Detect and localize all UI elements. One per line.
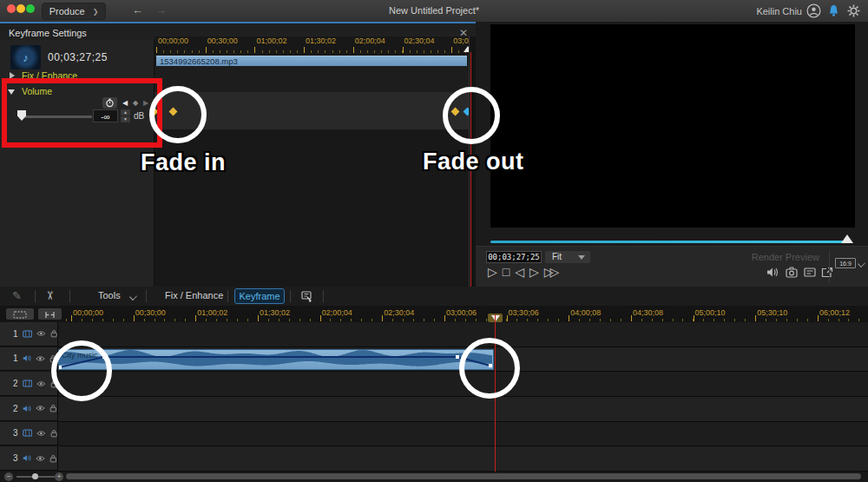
undock-window-icon[interactable]	[821, 267, 833, 278]
ruler-label: 00;00;00	[158, 36, 188, 45]
ruler-major-tick	[631, 315, 632, 321]
lock-icon[interactable]	[49, 403, 57, 413]
ruler-major-tick	[304, 47, 305, 53]
divider	[829, 251, 830, 282]
zoom-fit-dropdown[interactable]: Fit	[545, 251, 590, 263]
ruler-major-tick	[156, 47, 157, 53]
stop-button[interactable]: □	[503, 265, 515, 279]
preview-seekbar[interactable]	[490, 241, 846, 243]
keyframe-button-active[interactable]: Keyframe	[234, 288, 285, 304]
track-lane-video-1[interactable]	[58, 322, 868, 347]
fix-enhance-button[interactable]: Fix / Enhance	[165, 290, 223, 300]
track-lane-audio-2[interactable]	[58, 397, 868, 422]
previous-frame-button[interactable]: ◁	[515, 265, 529, 279]
lock-icon[interactable]	[50, 328, 57, 339]
eye-visibility-icon[interactable]	[36, 329, 46, 338]
preview-timecode-input[interactable]: 00;03;27;25	[486, 251, 542, 263]
lock-icon[interactable]	[49, 453, 57, 464]
zoom-in-button[interactable]: +	[55, 472, 63, 481]
track-lane-audio-3[interactable]	[58, 446, 868, 472]
minimize-window-button[interactable]	[16, 4, 25, 13]
ruler-major-tick	[195, 315, 196, 321]
keyframe-settings-left-column: ♪ 00;03;27;25 Fix / Enhance Volume	[0, 40, 155, 288]
ruler-major-tick	[403, 47, 404, 53]
track-number: 1	[13, 353, 18, 363]
track-number: 1	[13, 329, 18, 339]
ruler-label: 02;30;04	[404, 36, 435, 45]
track-header-audio-1[interactable]: 1	[0, 347, 58, 372]
play-button[interactable]: ▷	[488, 265, 503, 279]
project-title: New Untitled Project*	[260, 5, 608, 16]
eye-visibility-icon[interactable]	[36, 454, 45, 463]
zoom-fit-label: Fit	[552, 252, 562, 261]
divider	[227, 290, 228, 302]
annotation-fade-in-text: Fade in	[141, 149, 226, 176]
eye-visibility-icon[interactable]	[36, 429, 46, 438]
chevron-right-icon: ❯	[93, 8, 99, 16]
track-header-video-3[interactable]: 3	[0, 422, 58, 446]
clip-thumbnail: ♪	[10, 45, 41, 69]
produce-mode-button[interactable]: Produce ❯	[42, 3, 106, 20]
fast-forward-button[interactable]: ▷▷	[544, 265, 556, 279]
scissors-split-icon[interactable]: ✂	[43, 291, 56, 300]
snap-marker-button[interactable]	[38, 308, 62, 320]
eye-visibility-icon[interactable]	[36, 404, 45, 413]
ruler-label: 01;30;02	[306, 36, 336, 45]
properties-panel-icon[interactable]	[300, 290, 312, 302]
ruler-major-tick	[507, 315, 508, 321]
video-track-icon	[23, 428, 32, 438]
dropdown-arrow-icon	[578, 255, 585, 260]
seekbar-thumb[interactable]	[841, 234, 853, 243]
ruler-major-tick	[451, 47, 452, 53]
lock-icon[interactable]	[50, 428, 57, 439]
snapshot-camera-icon[interactable]	[786, 267, 798, 278]
track-header-video-2[interactable]: 2	[0, 372, 58, 396]
ruler-major-tick	[206, 47, 207, 53]
audio-clip-bar[interactable]: 1534992665208.mp3	[156, 56, 467, 66]
eye-visibility-icon[interactable]	[36, 354, 45, 363]
tools-dropdown[interactable]: Tools	[98, 290, 121, 300]
keyframe-settings-title: Keyframe Settings	[9, 28, 87, 38]
settings-gear-icon[interactable]	[846, 3, 861, 18]
redo-forward-icon[interactable]: →	[155, 3, 167, 17]
chevron-down-icon[interactable]	[858, 260, 865, 267]
ruler-major-tick	[382, 315, 383, 321]
clip-volume-line[interactable]	[59, 350, 493, 369]
notifications-bell-icon[interactable]	[826, 3, 841, 18]
next-frame-button[interactable]: ▷	[529, 265, 544, 279]
zoom-out-button[interactable]: −	[4, 472, 13, 481]
divider	[35, 290, 36, 302]
speaker-icon[interactable]	[766, 267, 779, 278]
aspect-ratio-badge[interactable]: 16:9	[835, 258, 856, 268]
undo-back-icon[interactable]: ←	[132, 3, 143, 17]
chevron-down-icon[interactable]	[129, 293, 137, 300]
range-select-button[interactable]	[6, 308, 34, 320]
horizontal-scrollbar[interactable]	[66, 473, 861, 479]
track-header-audio-2[interactable]: 2	[0, 397, 58, 421]
ruler-major-tick	[569, 315, 569, 321]
close-window-button[interactable]	[7, 4, 16, 13]
track-number: 2	[13, 379, 18, 388]
timeline-ruler[interactable]: 00;00;0000;30;0001;00;0201;30;0202;00;04…	[0, 306, 868, 322]
preview-controls-bar: 00;03;27;25 Fit Render Preview ▷□◁▷▷▷	[476, 246, 868, 287]
preview-quality-icon[interactable]	[804, 267, 816, 278]
ruler-major-tick	[444, 315, 445, 321]
audio-clip-city-music[interactable]: City music	[58, 349, 494, 370]
annotation-circle-fade-in-keyframe	[149, 86, 207, 143]
eye-visibility-icon[interactable]	[36, 380, 46, 388]
timeline-ruler-ticks[interactable]	[65, 315, 868, 322]
transport-controls: ▷□◁▷▷▷	[488, 265, 556, 279]
track-number: 3	[13, 453, 18, 463]
keyframe-ruler-ticks[interactable]	[155, 47, 469, 53]
timeline-zoom-thumb[interactable]	[32, 473, 38, 479]
track-header-audio-3[interactable]: 3	[0, 446, 58, 471]
track-header-video-1[interactable]: 1	[0, 322, 58, 347]
zoom-window-button[interactable]	[26, 4, 35, 13]
keyframe-settings-panel: Keyframe Settings ✕ ♪ 00;03;27;25 Fix / …	[0, 22, 476, 287]
avatar-icon[interactable]	[806, 3, 821, 18]
audio-track-icon	[23, 404, 32, 413]
keyframe-track-row[interactable]	[155, 66, 469, 92]
ruler-label: 02;00;04	[355, 36, 385, 45]
track-lane-video-3[interactable]	[58, 422, 868, 447]
pencil-draw-icon[interactable]: ✎	[12, 289, 22, 302]
